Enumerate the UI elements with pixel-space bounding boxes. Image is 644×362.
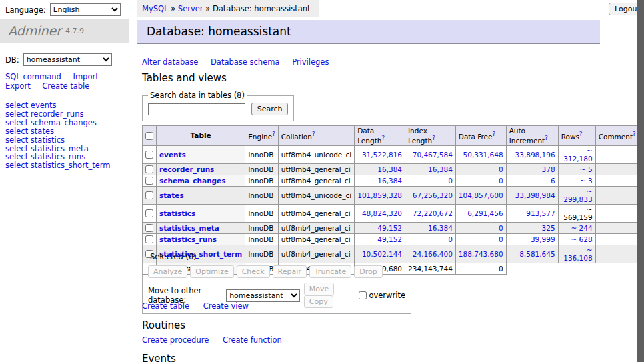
create-procedure-link[interactable]: Create procedure [142, 335, 209, 345]
sidebar-link-sql-command[interactable]: SQL command [5, 72, 61, 81]
column-help-link[interactable]: ? [381, 135, 385, 141]
rows-link[interactable]: ~ 3 [580, 177, 593, 185]
data-free-link[interactable]: 188,743,680 [459, 250, 503, 258]
sidebar-table-link-statistics[interactable]: statistics [31, 135, 65, 145]
sidebar-table-link-events[interactable]: events [31, 101, 57, 110]
db-select[interactable]: homeassistant [23, 53, 112, 66]
auto-increment-link[interactable]: 8,581,645 [519, 250, 555, 258]
overwrite-checkbox[interactable] [359, 291, 367, 299]
row-checkbox-states[interactable] [145, 191, 153, 199]
index-length-link[interactable]: 0 [448, 177, 453, 185]
data-length-link[interactable]: 49,152 [377, 224, 402, 232]
create-view-link[interactable]: Create view [203, 301, 249, 311]
table-name-link-statistics_meta[interactable]: statistics_meta [159, 224, 219, 232]
column-help-link[interactable]: ? [545, 135, 548, 141]
table-name-link-statistics[interactable]: statistics [159, 209, 195, 217]
sidebar-link-export[interactable]: Export [5, 81, 31, 91]
sidebar-select-link[interactable]: select [5, 152, 28, 161]
data-free-link[interactable]: 104,857,600 [459, 191, 503, 199]
index-length-link[interactable]: 16,384 [428, 165, 453, 173]
row-checkbox-statistics_runs[interactable] [145, 235, 153, 243]
move-database-select[interactable]: homeassistant [226, 289, 300, 302]
column-help-link[interactable]: ? [493, 131, 496, 137]
breadcrumb-mysql-link[interactable]: MySQL [142, 4, 169, 13]
data-length-link[interactable]: 16,384 [377, 177, 402, 185]
auto-increment-link[interactable]: 913,577 [526, 209, 555, 217]
database-schema-link[interactable]: Database schema [211, 57, 279, 67]
select-all-checkbox[interactable] [145, 132, 153, 140]
table-name-link-states[interactable]: states [159, 191, 184, 199]
table-name-link-events[interactable]: events [159, 151, 186, 159]
sidebar-select-link[interactable]: select [5, 161, 28, 170]
rows-link[interactable]: ~ 136,108 [563, 246, 592, 262]
drop-button[interactable]: Drop [354, 265, 382, 278]
data-length-link[interactable]: 49,152 [377, 235, 402, 243]
sidebar-table-link-statistics_short_term[interactable]: statistics_short_term [31, 161, 111, 170]
sidebar-table-link-statistics_meta[interactable]: statistics_meta [31, 144, 89, 153]
move-button[interactable]: Move [304, 283, 335, 295]
column-help-link[interactable]: ? [272, 131, 275, 137]
copy-button[interactable]: Copy [304, 295, 333, 308]
row-checkbox-statistics_meta[interactable] [145, 224, 153, 232]
sidebar-select-link[interactable]: select [5, 127, 28, 136]
table-name-link-schema_changes[interactable]: schema_changes [159, 177, 226, 185]
sidebar-select-link[interactable]: select [5, 109, 28, 119]
table-name-link-recorder_runs[interactable]: recorder_runs [159, 165, 214, 173]
sidebar-table-link-schema_changes[interactable]: schema_changes [31, 118, 97, 127]
column-help-link[interactable]: ? [579, 131, 583, 137]
check-button[interactable]: Check [237, 265, 270, 278]
data-free-link[interactable]: 0 [499, 177, 503, 185]
data-length-link[interactable]: 31,522,816 [362, 151, 402, 159]
sidebar-table-link-statistics_runs[interactable]: statistics_runs [31, 152, 85, 161]
column-help-link[interactable]: ? [432, 135, 435, 141]
create-function-link[interactable]: Create function [223, 335, 282, 345]
sidebar-table-link-states[interactable]: states [31, 127, 54, 136]
sidebar-table-link-recorder_runs[interactable]: recorder_runs [31, 109, 84, 119]
rows-link[interactable]: ~ 628 [571, 235, 592, 243]
data-length-link[interactable]: 48,824,320 [362, 209, 402, 217]
column-help-link[interactable]: ? [633, 131, 636, 137]
create-table-link[interactable]: Create table [142, 301, 189, 311]
adminer-logo-link[interactable]: Adminer [8, 23, 61, 38]
sidebar-link-create-table[interactable]: Create table [42, 81, 89, 91]
auto-increment-link[interactable]: 378 [542, 165, 555, 173]
row-checkbox-schema_changes[interactable] [145, 177, 153, 185]
rows-link[interactable]: ~ 244 [571, 224, 592, 232]
data-length-link[interactable]: 101,859,328 [357, 191, 402, 199]
vertical-scrollbar[interactable] [637, 0, 644, 362]
rows-link[interactable]: ~ 312,180 [563, 147, 592, 163]
rows-link[interactable]: ~ 5 [580, 165, 593, 173]
truncate-button[interactable]: Truncate [309, 265, 351, 278]
column-help-link[interactable]: ? [312, 131, 315, 137]
rows-link[interactable]: ~ 299,833 [563, 187, 592, 203]
auto-increment-link[interactable]: 6 [551, 177, 555, 185]
repair-button[interactable]: Repair [273, 265, 307, 278]
language-select[interactable]: English [50, 3, 121, 16]
search-button[interactable]: Search [251, 103, 289, 115]
sidebar-select-link[interactable]: select [5, 144, 28, 153]
auto-increment-link[interactable]: 33,898,196 [515, 151, 555, 159]
index-length-link[interactable]: 72,220,672 [413, 209, 453, 217]
data-free-link[interactable]: 0 [499, 224, 503, 232]
data-free-link[interactable]: 0 [499, 165, 503, 173]
auto-increment-link[interactable]: 39,999 [531, 235, 555, 243]
sidebar-select-link[interactable]: select [5, 101, 28, 110]
sidebar-link-import[interactable]: Import [73, 72, 98, 81]
row-checkbox-recorder_runs[interactable] [145, 165, 153, 173]
breadcrumb-server-link[interactable]: Server [178, 4, 203, 13]
data-free-link[interactable]: 50,331,648 [463, 151, 503, 159]
index-length-link[interactable]: 67,256,320 [413, 191, 453, 199]
data-length-link[interactable]: 16,384 [377, 165, 402, 173]
sidebar-select-link[interactable]: select [5, 135, 28, 145]
auto-increment-link[interactable]: 33,398,984 [515, 191, 555, 199]
index-length-link[interactable]: 24,166,400 [413, 250, 453, 258]
data-free-link[interactable]: 6,291,456 [467, 209, 503, 217]
data-free-link[interactable]: 0 [499, 235, 503, 243]
index-length-link[interactable]: 0 [448, 235, 453, 243]
row-checkbox-events[interactable] [145, 151, 153, 159]
index-length-link[interactable]: 16,384 [428, 224, 453, 232]
alter-database-link[interactable]: Alter database [142, 57, 198, 67]
search-input[interactable] [148, 103, 245, 115]
table-name-link-statistics_runs[interactable]: statistics_runs [159, 235, 217, 243]
optimize-button[interactable]: Optimize [190, 265, 233, 278]
